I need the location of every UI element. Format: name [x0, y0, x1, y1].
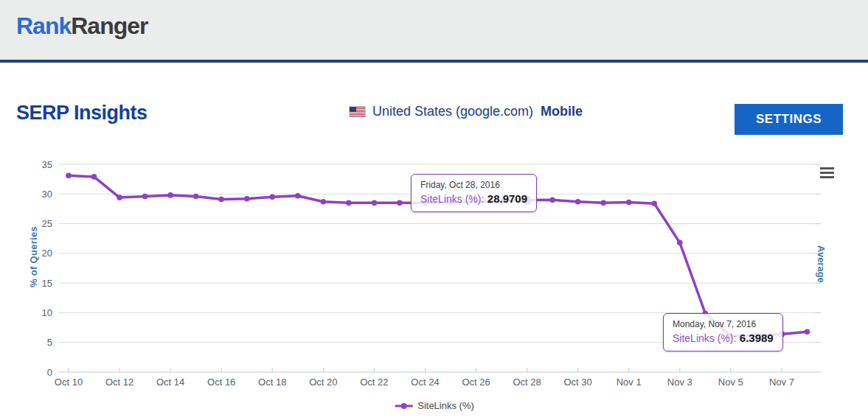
- svg-text:Oct 10: Oct 10: [55, 377, 83, 388]
- tooltip-value: 6.3989: [740, 332, 774, 344]
- logo-ranger-text: Ranger: [71, 13, 147, 39]
- svg-text:Nov 5: Nov 5: [718, 377, 743, 388]
- tooltip-series-label: SiteLinks (%):: [673, 332, 736, 344]
- y-axis-title: % of Queries: [28, 218, 39, 295]
- svg-text:Oct 26: Oct 26: [462, 377, 490, 388]
- chart-menu-icon[interactable]: [820, 167, 834, 181]
- svg-text:Oct 28: Oct 28: [513, 377, 541, 388]
- legend-label: SiteLinks (%): [417, 400, 474, 411]
- svg-text:5: 5: [47, 337, 52, 348]
- us-flag-icon: [350, 107, 365, 116]
- settings-button[interactable]: SETTINGS: [735, 104, 843, 135]
- svg-text:Oct 20: Oct 20: [309, 377, 337, 388]
- svg-text:Oct 24: Oct 24: [411, 377, 439, 388]
- svg-text:15: 15: [42, 278, 52, 289]
- legend-marker-icon: [394, 402, 413, 410]
- logo-rank-text: Rank: [16, 13, 71, 39]
- svg-text:Oct 18: Oct 18: [258, 377, 286, 388]
- app-header: RankRanger: [0, 0, 868, 63]
- svg-text:20: 20: [42, 248, 52, 259]
- svg-text:10: 10: [42, 307, 52, 318]
- svg-text:Oct 12: Oct 12: [105, 377, 133, 388]
- svg-text:Nov 3: Nov 3: [667, 377, 692, 388]
- tooltip-date: Monday, Nov 7, 2016: [673, 319, 774, 329]
- page: RankRanger SERP Insights United States (…: [0, 0, 868, 420]
- svg-text:Oct 22: Oct 22: [360, 377, 388, 388]
- svg-text:Oct 30: Oct 30: [564, 377, 592, 388]
- legend-item-sitelinks[interactable]: SiteLinks (%): [394, 400, 474, 411]
- tooltip-value: 28.9709: [487, 192, 527, 205]
- chart-tooltip-nov7: Monday, Nov 7, 2016 SiteLinks (%): 6.398…: [663, 313, 783, 351]
- right-axis-title: Average: [816, 245, 827, 312]
- tooltip-date: Friday, Oct 28, 2016: [420, 180, 527, 190]
- rankranger-logo[interactable]: RankRanger: [16, 13, 148, 40]
- page-title: SERP Insights: [16, 102, 147, 125]
- location-label: United States (google.com): [372, 104, 533, 119]
- svg-text:25: 25: [42, 218, 52, 229]
- svg-text:Nov 7: Nov 7: [769, 377, 794, 388]
- tooltip-series-label: SiteLinks (%):: [420, 193, 484, 205]
- campaign-context: United States (google.com) Mobile: [350, 102, 583, 120]
- svg-text:Oct 14: Oct 14: [156, 377, 184, 388]
- device-label: Mobile: [541, 104, 583, 119]
- svg-text:0: 0: [47, 367, 52, 378]
- chart-tooltip-oct28: Friday, Oct 28, 2016 SiteLinks (%): 28.9…: [411, 174, 537, 212]
- svg-text:30: 30: [42, 189, 52, 200]
- svg-text:35: 35: [42, 159, 52, 170]
- svg-text:Nov 1: Nov 1: [617, 377, 642, 388]
- svg-text:Oct 16: Oct 16: [207, 377, 235, 388]
